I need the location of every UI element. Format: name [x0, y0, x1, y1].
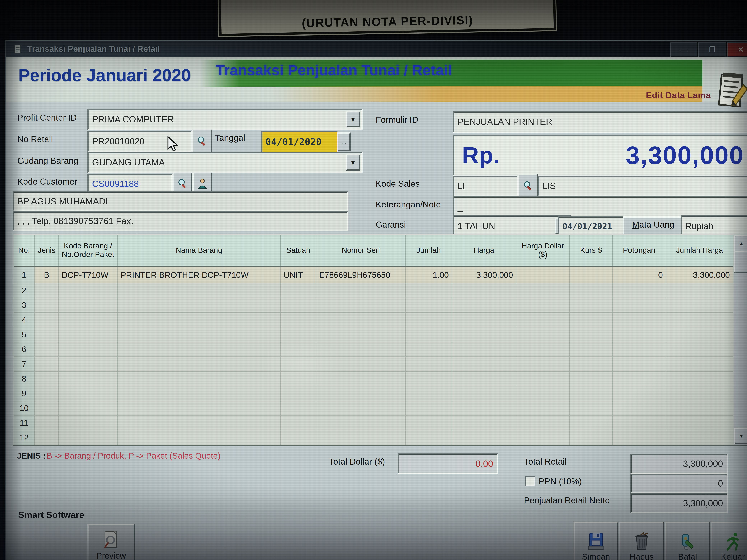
cell-no: 3	[14, 298, 35, 313]
cell-empty	[281, 357, 316, 372]
cell-empty	[406, 401, 452, 416]
garansi-expiry-field[interactable]: 04/01/2021	[558, 216, 624, 237]
app-window: Transaksi Penjualan Tunai / Retail — ❐ ✕…	[5, 40, 747, 560]
cell-empty	[35, 283, 59, 298]
person-icon	[197, 178, 208, 189]
cell-empty	[406, 430, 452, 445]
col-header-nomor-seri: Nomor Seri	[316, 235, 406, 266]
cell-empty	[316, 283, 406, 298]
chevron-down-icon[interactable]: ▼	[346, 154, 360, 170]
cell-empty	[516, 386, 570, 401]
keluar-button[interactable]: Keluar	[711, 522, 747, 560]
table-row-empty[interactable]: 6	[14, 342, 733, 357]
cell-empty	[452, 401, 516, 416]
table-row[interactable]: 1 B DCP-T710W PRINTER BROTHER DCP-T710W …	[14, 267, 733, 283]
cell-empty	[59, 416, 118, 430]
minimize-button[interactable]: —	[670, 42, 698, 57]
table-row-empty[interactable]: 10	[14, 401, 733, 416]
cell-empty	[666, 401, 733, 416]
cell-empty	[281, 342, 316, 357]
cell-empty	[59, 401, 118, 416]
table-row-empty[interactable]: 8	[14, 372, 733, 386]
cell-empty	[281, 386, 316, 401]
table-header-row: No. Jenis Kode Barang / No.Order Paket N…	[14, 235, 733, 267]
formulir-value: PENJUALAN PRINTER	[454, 117, 556, 127]
cell-no: 12	[14, 430, 35, 445]
hapus-button[interactable]: Hapus	[619, 522, 664, 560]
cell-empty	[281, 401, 316, 416]
preview-button-label: Preview	[97, 551, 126, 560]
cell-empty	[406, 342, 452, 357]
keterangan-field[interactable]: _	[453, 196, 747, 217]
netto-value: 3,300,000	[632, 498, 726, 508]
preview-button[interactable]: Preview	[87, 524, 135, 560]
scroll-down-button[interactable]: ▼	[734, 428, 747, 445]
tanggal-picker-button[interactable]: ...	[337, 132, 351, 152]
search-icon	[177, 178, 188, 189]
batal-button[interactable]: Batal	[665, 522, 710, 560]
cell-empty	[281, 416, 316, 430]
cell-empty	[516, 357, 570, 372]
cancel-icon	[678, 532, 697, 551]
cell-empty	[316, 386, 406, 401]
profit-center-combo[interactable]: PRIMA COMPUTER ▼	[87, 109, 363, 130]
table-row-empty[interactable]: 11	[14, 416, 733, 430]
cell-empty	[452, 430, 516, 445]
search-icon	[197, 136, 207, 146]
table-row-empty[interactable]: 9	[14, 386, 733, 401]
cell-empty	[516, 401, 570, 416]
cell-empty	[666, 313, 733, 327]
chevron-down-icon[interactable]: ▼	[346, 111, 360, 128]
cell-empty	[35, 342, 59, 357]
cell-empty	[666, 386, 733, 401]
cell-no: 1	[14, 267, 35, 283]
cell-nama: PRINTER BROTHER DCP-T710W	[118, 267, 281, 283]
table-row-empty[interactable]: 2	[14, 283, 733, 298]
close-button[interactable]: ✕	[727, 42, 747, 57]
cell-empty	[118, 327, 281, 342]
scrollbar-thumb[interactable]	[734, 251, 747, 273]
scroll-up-button[interactable]: ▲	[734, 235, 747, 252]
gudang-combo[interactable]: GUDANG UTAMA ▼	[87, 152, 363, 173]
maximize-button[interactable]: ❐	[698, 42, 726, 57]
table-row-empty[interactable]: 12	[14, 430, 733, 445]
cell-empty	[570, 327, 613, 342]
cell-empty	[316, 401, 406, 416]
total-dollar-label: Total Dollar ($)	[329, 457, 385, 466]
table-scrollbar[interactable]: ▲ ▼	[734, 235, 747, 445]
ppn-checkbox[interactable]	[525, 476, 535, 486]
customer-contact-field[interactable]: , , , Telp. 081390753761 Fax.	[12, 211, 349, 231]
save-icon	[587, 532, 606, 551]
formulir-combo[interactable]: PENJUALAN PRINTER ▼	[453, 111, 747, 133]
cell-empty	[281, 313, 316, 327]
cell-empty	[666, 327, 733, 342]
hapus-button-label: Hapus	[630, 552, 654, 560]
jenis-legend-label: JENIS :	[17, 451, 46, 460]
cell-empty	[570, 357, 613, 372]
cell-empty	[316, 342, 406, 357]
cell-empty	[118, 357, 281, 372]
no-retail-search-button[interactable]	[192, 129, 212, 153]
table-row-empty[interactable]: 4	[14, 313, 733, 327]
table-row-empty[interactable]: 3	[14, 298, 733, 313]
table-row-empty[interactable]: 5	[14, 327, 733, 342]
cell-empty	[666, 416, 733, 430]
currency-prefix: Rp.	[454, 142, 499, 169]
total-retail-label: Total Retail	[524, 457, 567, 466]
kode-sales-field[interactable]: LI	[453, 176, 518, 196]
batal-button-label: Batal	[678, 552, 697, 560]
title-bar[interactable]: Transaksi Penjualan Tunai / Retail — ❐ ✕	[6, 41, 747, 57]
sales-name-field[interactable]: LIS	[538, 176, 747, 196]
kode-customer-field[interactable]: CS0091188	[87, 174, 173, 194]
garansi-value: 1 TAHUN	[454, 221, 499, 231]
customer-name-field[interactable]: BP AGUS MUHAMADI	[12, 191, 349, 211]
simpan-button[interactable]: Simpan	[573, 522, 618, 560]
cell-satuan: UNIT	[281, 267, 316, 283]
cell-no: 4	[14, 313, 35, 327]
cell-empty	[35, 386, 59, 401]
tanggal-field[interactable]: 04/01/2020	[261, 131, 338, 153]
sales-search-button[interactable]	[518, 174, 538, 198]
cell-empty	[452, 298, 516, 313]
no-retail-value: PR20010020	[88, 136, 148, 146]
table-row-empty[interactable]: 7	[14, 357, 733, 372]
